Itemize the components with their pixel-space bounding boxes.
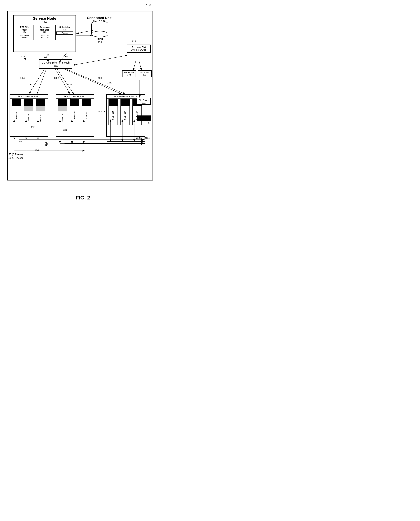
label-122a: 122A — [30, 83, 35, 86]
node-1b-label: Node 1B — [27, 114, 30, 122]
node-2a-body: Node 2A — [58, 112, 67, 125]
label-226: 226 — [77, 97, 81, 100]
bch1-label: BCH 1 Network Switch — [10, 95, 48, 98]
fs1-number: 132 — [123, 74, 135, 76]
node-2a-top — [58, 99, 67, 106]
svg-line-16 — [55, 69, 70, 94]
node-1c-gray — [36, 106, 45, 112]
svg-line-21 — [139, 60, 142, 70]
node-1c: Node 1C — [36, 99, 45, 125]
rm-number: 126 — [36, 31, 53, 33]
node-1b-body: Node 1B — [24, 112, 33, 125]
main-box: Service Node 114 PTP File Tracker 124 Fi… — [7, 11, 153, 180]
cu-switch-box: CU Gbit Ethernet Switch 118 — [39, 59, 72, 69]
ptp-number: 124 — [16, 31, 33, 33]
service-node-number: 114 — [14, 21, 75, 23]
node-60a-label: Node 60A — [112, 111, 114, 120]
node-60b-top — [121, 99, 129, 106]
disk-number: 116 — [91, 41, 109, 44]
label-217: 217 — [45, 142, 48, 144]
label-112: 112 — [132, 40, 136, 43]
bch2-box: BCH 2 Network Switch Node 2A Node 2B — [56, 94, 94, 137]
resource-manager-box: Resource Manager 126 Resource Attributes — [35, 25, 54, 40]
label-224: 224 — [68, 97, 71, 100]
fs3-label: File Server — [138, 99, 150, 101]
ellipsis: ∘∘∘ — [98, 109, 106, 113]
label-216: 216 — [35, 149, 39, 151]
file-server-records: File Server Records — [16, 34, 33, 39]
file-server-3: File Server 132 — [137, 98, 151, 104]
label-214a: 214 — [19, 140, 22, 143]
node-1a-label: Node 1A — [15, 112, 17, 119]
resource-attributes: Resource Attributes — [36, 34, 53, 39]
node-1c-label: Node 1C — [39, 114, 41, 122]
arrow-100-icon: ↙ — [145, 7, 150, 11]
label-136: 136 — [44, 56, 47, 58]
label-138: 138 — [65, 55, 68, 58]
svg-line-18 — [64, 69, 121, 94]
label-220: 220 — [70, 141, 74, 144]
fs3-number: 132 — [138, 101, 150, 104]
node-2b-body: Node 2B — [70, 106, 79, 125]
label-120c: 120C — [98, 77, 103, 79]
cu-switch-number: 118 — [41, 64, 70, 67]
node-1b: Node 1B — [24, 99, 33, 125]
node-1a-body: Node 1A — [12, 106, 21, 125]
label-212: 212 — [31, 126, 34, 128]
node-1a: Node 1A — [12, 99, 21, 125]
node-2a-gray — [58, 106, 67, 112]
node-2c-top — [82, 99, 91, 106]
node-60a: Node 60A — [108, 99, 118, 125]
service-node-components: PTP File Tracker 124 File Server Records… — [15, 25, 74, 40]
file-server-2: File Server 132 — [138, 70, 152, 77]
node-2c-body: Node 2C — [82, 106, 91, 125]
file-server-1: File Server 132 — [122, 70, 136, 77]
svg-line-19 — [66, 69, 125, 94]
label-135: 135 — [21, 55, 25, 58]
node-60b: Node 60B — [120, 99, 130, 125]
node-60b-label: Node 60B — [124, 111, 126, 120]
node-2c-label: Node 2C — [85, 112, 88, 119]
scheduler-title: Scheduler — [56, 26, 73, 29]
node-1b-gray — [24, 106, 33, 112]
node-60b-body: Node 60B — [121, 106, 129, 125]
disk-group: Disk 116 — [91, 21, 109, 44]
fs2-label: File Server — [139, 71, 150, 74]
fig-label: FIG. 2 — [0, 195, 166, 201]
ptp-title: PTP File Tracker — [16, 26, 33, 31]
top-switch-label: Top Level Gbit Ethernet Switch — [128, 46, 149, 51]
fs1-label: File Server — [123, 71, 135, 74]
svg-line-17 — [57, 69, 74, 94]
ptp-file-tracker-box: PTP File Tracker 124 File Server Records — [15, 25, 34, 40]
node-2b: Node 2B — [70, 99, 79, 125]
node-2a-label: Node 2A — [61, 114, 64, 122]
label-120a: 120A — [20, 77, 25, 79]
svg-line-15 — [37, 69, 46, 94]
label-222: 222 — [63, 129, 67, 131]
node-2b-top — [70, 99, 79, 106]
diagram-container: 100 ↙ Service Node 114 PTP File Tracker … — [0, 0, 166, 203]
node-2b-label: Node 2B — [73, 112, 75, 119]
bch1-box: BCH 1 Network Switch Node 1A Node 1B — [10, 94, 48, 137]
scheduler-box: Scheduler 128 Policies — [55, 25, 74, 40]
disk-svg — [91, 21, 109, 38]
top-switch-box: Top Level Gbit Ethernet Switch — [127, 45, 151, 53]
label-100: 100 — [146, 4, 151, 7]
node-1a-top — [12, 99, 21, 106]
label-218: 218 (3 Places) — [136, 137, 150, 139]
label-120b: 120B — [54, 77, 59, 79]
svg-line-14 — [29, 69, 44, 94]
rm-title: Resource Manager — [36, 26, 53, 31]
svg-line-13 — [73, 55, 127, 65]
node-2a: Node 2A — [58, 99, 67, 125]
label-125: 125 (8 Places) — [7, 153, 23, 156]
node-1b-top — [24, 99, 33, 106]
policies-box: Policies — [56, 31, 73, 35]
node-2c: Node 2C — [82, 99, 91, 125]
node-60a-top — [109, 99, 118, 106]
node-1c-body: Node 1C — [36, 112, 45, 125]
scheduler-number: 128 — [56, 29, 73, 31]
svg-line-20 — [133, 60, 136, 70]
label-130: 130 (9 Places) — [7, 156, 23, 159]
label-134: 134 — [146, 122, 150, 125]
